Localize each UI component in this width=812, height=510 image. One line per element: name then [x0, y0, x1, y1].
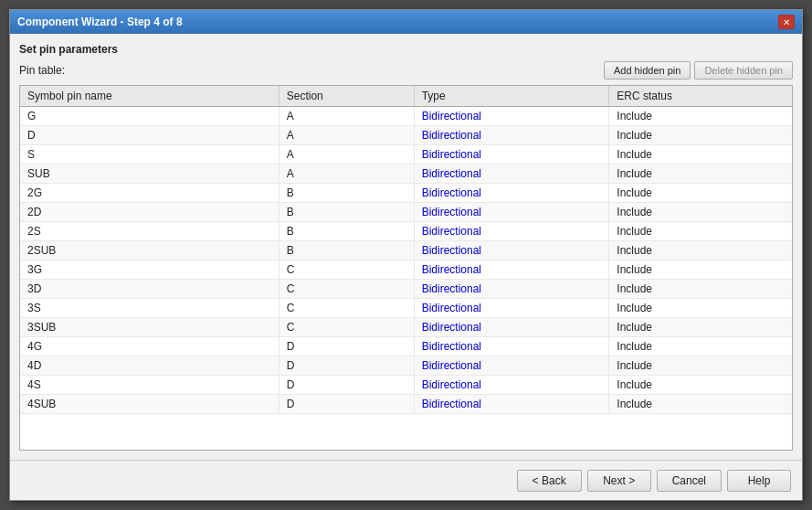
cell-type: Bidirectional: [414, 280, 609, 299]
help-button[interactable]: Help: [727, 470, 791, 492]
pin-table-container: Symbol pin name Section Type ERC status …: [19, 85, 793, 451]
table-row[interactable]: 3D C Bidirectional Include: [20, 280, 792, 299]
cell-section: A: [279, 145, 414, 165]
cell-pin-name: D: [20, 126, 279, 145]
cell-type: Bidirectional: [414, 145, 609, 165]
cell-type: Bidirectional: [414, 184, 609, 203]
cell-type: Bidirectional: [414, 318, 609, 337]
table-row[interactable]: 4D D Bidirectional Include: [20, 356, 792, 376]
table-row[interactable]: 2G B Bidirectional Include: [20, 184, 792, 203]
cell-section: A: [279, 165, 414, 184]
col-header-erc: ERC status: [609, 86, 792, 107]
cell-pin-name: 2S: [20, 222, 279, 241]
pin-table-header: Pin table: Add hidden pin Delete hidden …: [19, 61, 793, 80]
cell-section: A: [279, 107, 414, 126]
cell-erc: Include: [609, 356, 792, 376]
cell-erc: Include: [609, 299, 792, 318]
footer: < Back Next > Cancel Help: [10, 460, 802, 500]
col-header-type: Type: [414, 86, 609, 107]
cell-erc: Include: [609, 165, 792, 184]
cell-section: D: [279, 337, 414, 356]
title-bar-controls: ✕: [778, 15, 795, 29]
cell-erc: Include: [609, 145, 792, 165]
header-buttons: Add hidden pin Delete hidden pin: [604, 61, 793, 80]
cell-section: B: [279, 241, 414, 260]
back-button[interactable]: < Back: [517, 470, 582, 492]
window-title: Component Wizard - Step 4 of 8: [17, 16, 183, 28]
cell-type: Bidirectional: [414, 165, 609, 184]
col-header-section: Section: [279, 86, 414, 107]
table-row[interactable]: 3S C Bidirectional Include: [20, 299, 792, 318]
cell-erc: Include: [609, 222, 792, 241]
cell-section: B: [279, 203, 414, 222]
cell-erc: Include: [609, 318, 792, 337]
cell-pin-name: S: [20, 145, 279, 165]
main-window: Component Wizard - Step 4 of 8 ✕ Set pin…: [9, 9, 803, 501]
cell-pin-name: 2G: [20, 184, 279, 203]
table-row[interactable]: 3G C Bidirectional Include: [20, 260, 792, 280]
add-hidden-pin-button[interactable]: Add hidden pin: [604, 61, 691, 80]
table-header-row: Symbol pin name Section Type ERC status: [20, 86, 792, 107]
cell-pin-name: 3D: [20, 280, 279, 299]
cell-erc: Include: [609, 126, 792, 145]
table-row[interactable]: D A Bidirectional Include: [20, 126, 792, 145]
next-button[interactable]: Next >: [587, 470, 651, 492]
cell-erc: Include: [609, 260, 792, 280]
cell-type: Bidirectional: [414, 107, 609, 126]
cell-pin-name: 2D: [20, 203, 279, 222]
table-row[interactable]: S A Bidirectional Include: [20, 145, 792, 165]
title-bar: Component Wizard - Step 4 of 8 ✕: [10, 10, 802, 34]
cell-erc: Include: [609, 376, 792, 395]
cancel-button[interactable]: Cancel: [657, 470, 722, 492]
cell-section: C: [279, 318, 414, 337]
cell-pin-name: 4S: [20, 376, 279, 395]
table-row[interactable]: 2S B Bidirectional Include: [20, 222, 792, 241]
cell-erc: Include: [609, 184, 792, 203]
table-row[interactable]: 2D B Bidirectional Include: [20, 203, 792, 222]
cell-pin-name: 4SUB: [20, 395, 279, 414]
cell-type: Bidirectional: [414, 203, 609, 222]
cell-erc: Include: [609, 241, 792, 260]
cell-section: B: [279, 222, 414, 241]
section-title: Set pin parameters: [19, 43, 793, 56]
table-row[interactable]: SUB A Bidirectional Include: [20, 165, 792, 184]
cell-type: Bidirectional: [414, 222, 609, 241]
cell-type: Bidirectional: [414, 126, 609, 145]
pin-table-label: Pin table:: [19, 64, 65, 77]
cell-type: Bidirectional: [414, 395, 609, 414]
cell-type: Bidirectional: [414, 241, 609, 260]
table-row[interactable]: 4G D Bidirectional Include: [20, 337, 792, 356]
cell-type: Bidirectional: [414, 299, 609, 318]
cell-erc: Include: [609, 107, 792, 126]
table-row[interactable]: 3SUB C Bidirectional Include: [20, 318, 792, 337]
cell-section: B: [279, 184, 414, 203]
cell-erc: Include: [609, 395, 792, 414]
cell-pin-name: 2SUB: [20, 241, 279, 260]
cell-section: C: [279, 299, 414, 318]
cell-section: D: [279, 395, 414, 414]
cell-pin-name: 3SUB: [20, 318, 279, 337]
cell-section: C: [279, 280, 414, 299]
content-area: Set pin parameters Pin table: Add hidden…: [10, 34, 802, 460]
close-button[interactable]: ✕: [778, 15, 795, 29]
cell-erc: Include: [609, 337, 792, 356]
table-row[interactable]: 4SUB D Bidirectional Include: [20, 395, 792, 414]
cell-type: Bidirectional: [414, 260, 609, 280]
cell-pin-name: 3S: [20, 299, 279, 318]
col-header-pin-name: Symbol pin name: [20, 86, 279, 107]
cell-pin-name: G: [20, 107, 279, 126]
pin-table: Symbol pin name Section Type ERC status …: [20, 86, 792, 414]
table-row[interactable]: 2SUB B Bidirectional Include: [20, 241, 792, 260]
cell-section: A: [279, 126, 414, 145]
cell-section: D: [279, 376, 414, 395]
cell-pin-name: 4G: [20, 337, 279, 356]
table-row[interactable]: 4S D Bidirectional Include: [20, 376, 792, 395]
cell-erc: Include: [609, 203, 792, 222]
cell-section: D: [279, 356, 414, 376]
cell-pin-name: 4D: [20, 356, 279, 376]
table-row[interactable]: G A Bidirectional Include: [20, 107, 792, 126]
delete-hidden-pin-button[interactable]: Delete hidden pin: [694, 61, 793, 80]
cell-erc: Include: [609, 280, 792, 299]
cell-type: Bidirectional: [414, 356, 609, 376]
cell-pin-name: SUB: [20, 165, 279, 184]
